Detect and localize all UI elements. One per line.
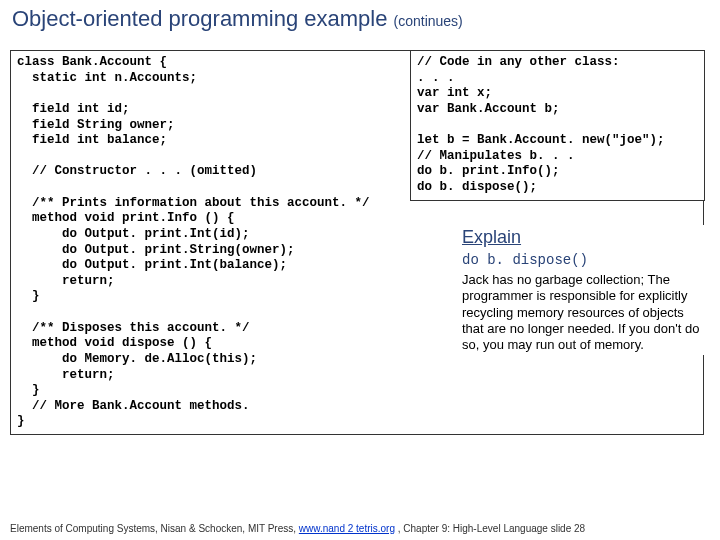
explain-text: Jack has no garbage collection; The prog… [462, 272, 707, 353]
explain-box: Explain do b. dispose() Jack has no garb… [460, 225, 709, 355]
footer: Elements of Computing Systems, Nisan & S… [10, 523, 585, 534]
explain-title: Explain [462, 227, 707, 248]
title-text: Object-oriented programming example [12, 6, 387, 31]
footer-suffix: , Chapter 9: High-Level Language slide 2… [395, 523, 585, 534]
explain-code: do b. dispose() [462, 252, 707, 268]
slide-title: Object-oriented programming example (con… [0, 0, 720, 34]
footer-link[interactable]: www.nand 2 tetris.org [299, 523, 395, 534]
code-block-right: // Code in any other class: . . . var in… [410, 50, 705, 201]
continues-text: (continues) [394, 13, 463, 29]
footer-prefix: Elements of Computing Systems, Nisan & S… [10, 523, 299, 534]
